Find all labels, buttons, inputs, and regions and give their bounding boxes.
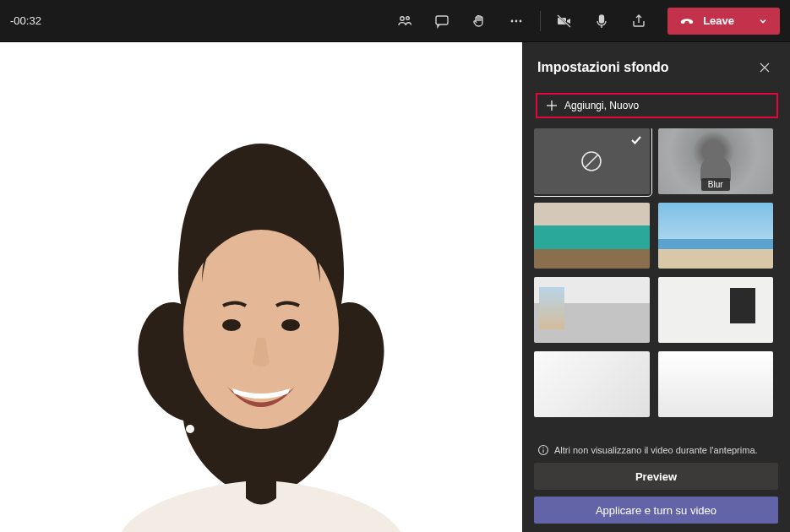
svg-point-13 — [186, 425, 194, 433]
hangup-icon — [679, 14, 695, 29]
camera-off-icon — [556, 13, 573, 30]
share-icon — [630, 13, 647, 30]
background-settings-panel: Impostazioni sfondo Aggiungi, Nuovo — [522, 42, 790, 532]
people-icon — [396, 13, 413, 30]
background-grid: Blur — [534, 128, 778, 417]
apply-button[interactable]: Applicare e turn su video — [534, 497, 778, 524]
chat-icon — [433, 13, 450, 30]
check-icon — [629, 133, 643, 147]
svg-point-22 — [542, 448, 543, 448]
bg-option-blur[interactable]: Blur — [658, 128, 774, 194]
share-button[interactable] — [620, 0, 657, 42]
svg-point-12 — [281, 319, 300, 331]
more-button[interactable] — [498, 0, 535, 42]
meeting-toolbar: -00:32 — [0, 0, 790, 42]
leave-button[interactable]: Leave — [667, 8, 780, 35]
leave-label: Leave — [703, 14, 734, 27]
call-timer: -00:32 — [10, 14, 41, 27]
none-icon — [580, 149, 603, 173]
video-preview-area — [0, 42, 522, 532]
person-silhouette — [58, 110, 464, 532]
bg-option-office-lockers[interactable] — [534, 203, 650, 269]
svg-point-10 — [183, 230, 339, 429]
toolbar-group-right — [546, 0, 657, 42]
bg-option-loft-window[interactable] — [534, 277, 650, 343]
bg-option-mirror-room[interactable] — [658, 277, 774, 343]
preview-info-row: Altri non visualizzano il video durante … — [534, 437, 778, 463]
svg-line-19 — [585, 155, 598, 168]
info-icon — [537, 444, 549, 456]
close-button[interactable] — [755, 57, 775, 78]
add-new-button[interactable]: Aggiungi, Nuovo — [536, 93, 778, 118]
svg-rect-8 — [600, 15, 604, 23]
add-new-label: Aggiungi, Nuovo — [564, 100, 639, 111]
toolbar-divider — [540, 11, 541, 31]
close-icon — [759, 62, 771, 73]
preview-button[interactable]: Preview — [534, 463, 778, 490]
raise-hand-button[interactable] — [460, 0, 498, 42]
hand-icon — [471, 13, 488, 30]
bg-option-white-2[interactable] — [658, 351, 774, 417]
info-text: Altri non visualizzano il video durante … — [554, 445, 758, 455]
bg-option-beach[interactable] — [658, 203, 774, 269]
chat-button[interactable] — [423, 0, 460, 42]
chevron-down-icon — [758, 16, 768, 26]
more-icon — [508, 13, 525, 30]
blur-label: Blur — [701, 178, 730, 191]
svg-rect-2 — [436, 16, 448, 24]
svg-point-5 — [520, 19, 522, 22]
svg-point-11 — [222, 319, 241, 331]
toolbar-group-left — [386, 0, 535, 42]
svg-point-1 — [406, 16, 410, 19]
camera-button[interactable] — [546, 0, 583, 42]
people-button[interactable] — [386, 0, 423, 42]
bg-option-none[interactable] — [534, 128, 650, 194]
microphone-button[interactable] — [583, 0, 620, 42]
bg-option-white-1[interactable] — [534, 351, 650, 417]
panel-title: Impostazioni sfondo — [537, 60, 669, 75]
svg-point-3 — [511, 19, 514, 22]
svg-point-0 — [400, 16, 404, 19]
svg-point-4 — [515, 19, 518, 22]
microphone-icon — [593, 13, 610, 30]
plus-icon — [546, 100, 558, 111]
